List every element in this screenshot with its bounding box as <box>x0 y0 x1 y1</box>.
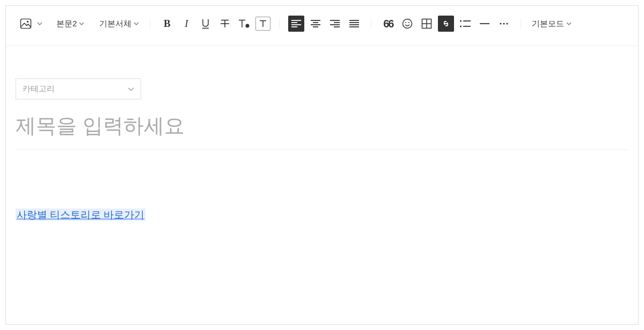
svg-point-1 <box>27 21 28 23</box>
svg-point-35 <box>460 25 462 27</box>
horizontal-rule-button[interactable] <box>477 16 493 32</box>
text-background-button[interactable] <box>255 17 270 31</box>
separator <box>150 18 150 29</box>
editor-frame: 본문2 기본서체 B I <box>5 5 639 325</box>
underline-button[interactable] <box>197 16 214 32</box>
strikethrough-icon <box>219 18 230 29</box>
svg-point-40 <box>503 23 505 24</box>
underline-icon <box>201 18 210 29</box>
mode-dropdown[interactable]: 기본모드 <box>530 19 574 29</box>
list-icon <box>459 19 471 28</box>
link-icon <box>441 18 451 29</box>
svg-point-29 <box>408 22 409 23</box>
text-bg-icon <box>259 19 267 28</box>
align-justify-button[interactable] <box>346 16 362 32</box>
table-icon <box>421 18 432 29</box>
svg-point-41 <box>507 23 508 24</box>
svg-point-8 <box>246 24 250 28</box>
content-link[interactable]: 사랑별 티스토리로 바로가기 <box>16 209 145 221</box>
svg-rect-0 <box>20 19 31 28</box>
text-color-button[interactable] <box>236 16 252 32</box>
chevron-down-icon <box>566 21 572 26</box>
font-family-label: 기본서체 <box>99 19 131 29</box>
link-button[interactable] <box>438 16 454 32</box>
svg-point-34 <box>460 20 462 21</box>
svg-point-27 <box>403 19 412 28</box>
bold-button[interactable]: B <box>159 16 175 32</box>
align-justify-icon <box>349 19 360 28</box>
category-placeholder: 카테고리 <box>23 84 55 94</box>
align-center-button[interactable] <box>308 16 324 32</box>
font-family-dropdown[interactable]: 기본서체 <box>97 19 141 29</box>
italic-button[interactable]: I <box>178 16 194 32</box>
editor-body[interactable]: 사랑별 티스토리로 바로가기 <box>16 150 628 221</box>
chevron-down-icon <box>79 21 84 26</box>
align-right-icon <box>330 19 340 28</box>
more-icon <box>499 21 509 26</box>
paragraph-style-label: 본문2 <box>56 19 77 29</box>
table-button[interactable] <box>419 16 435 32</box>
align-right-button[interactable] <box>327 16 343 32</box>
toolbar: 본문2 기본서체 B I <box>6 6 638 46</box>
emoji-icon <box>402 18 413 29</box>
text-color-icon <box>238 18 250 29</box>
image-button[interactable] <box>18 16 34 32</box>
emoji-button[interactable] <box>399 16 415 32</box>
separator <box>521 18 521 29</box>
align-center-icon <box>310 19 321 28</box>
image-chevron[interactable] <box>37 21 42 26</box>
chevron-down-icon <box>134 21 139 26</box>
title-input[interactable] <box>16 99 628 150</box>
align-left-button[interactable] <box>288 16 304 32</box>
blockquote-button[interactable]: 66 <box>380 16 396 32</box>
hr-icon <box>479 21 490 26</box>
separator <box>279 18 280 29</box>
image-icon <box>20 18 32 29</box>
category-select[interactable]: 카테고리 <box>16 78 141 99</box>
svg-point-28 <box>405 22 406 23</box>
strikethrough-button[interactable] <box>217 16 233 32</box>
list-button[interactable] <box>457 16 473 32</box>
chevron-down-icon <box>128 86 134 92</box>
align-left-icon <box>291 19 302 28</box>
more-button[interactable] <box>496 16 512 32</box>
mode-label: 기본모드 <box>532 19 564 29</box>
content-area: 카테고리 사랑별 티스토리로 바로가기 <box>6 46 638 231</box>
paragraph-style-dropdown[interactable]: 본문2 <box>54 19 86 29</box>
svg-point-39 <box>500 23 502 24</box>
separator <box>371 18 371 29</box>
